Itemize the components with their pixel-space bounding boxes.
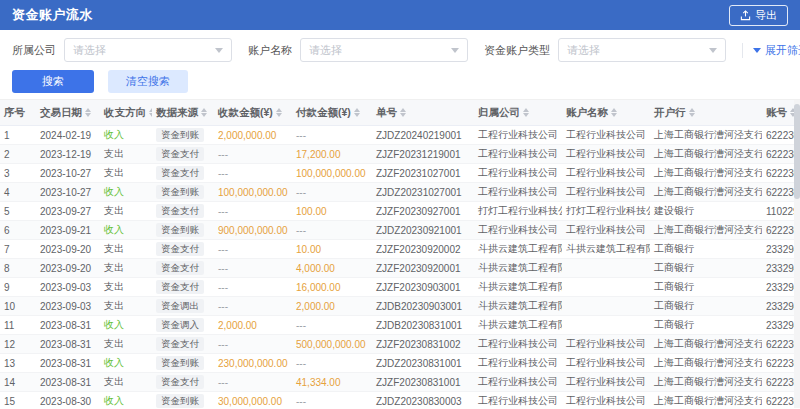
direction-income: 收入 [104,186,124,197]
amount-value: 2,000.00 [296,301,335,312]
page-title: 资金账户流水 [12,6,93,24]
account-type-select-placeholder: 请选择 [567,43,600,58]
account-name-select-placeholder: 请选择 [309,43,342,58]
cell-company: 斗拱云建筑工程有限公司 [474,259,562,278]
table-row: 42023-10-27收入资金到账100,000,000.00---ZJDZ20… [0,183,800,202]
empty-amount: --- [296,187,306,198]
cell-accountName: 工程行业科技公司 [562,126,650,145]
amount-value: 900,000,000.00 [218,225,288,236]
column-header-direction[interactable]: 收支方向 [100,100,152,126]
sort-icon[interactable] [149,108,152,117]
sort-icon[interactable] [400,108,406,117]
empty-amount: --- [218,206,228,217]
account-name-select[interactable]: 请选择 [300,38,468,62]
cell-direction: 支出 [100,145,152,164]
filter-company: 所属公司 请选择 [12,38,232,62]
column-label: 单号 [376,106,397,120]
direction-income: 收入 [104,357,124,368]
company-select[interactable]: 请选择 [64,38,232,62]
column-header-bank[interactable]: 开户行 [650,100,762,126]
column-label: 交易日期 [40,106,82,120]
cell-orderNo: ZJDB20230903001 [372,297,474,316]
cell-direction: 支出 [100,240,152,259]
cell-source: 资金支付 [152,335,214,354]
sort-icon[interactable] [611,108,617,117]
cell-orderNo: ZJZF20230903001 [372,278,474,297]
cell-inAmount: --- [214,164,292,183]
search-button[interactable]: 搜索 [12,70,94,93]
cell-accountName: 工程行业科技公司 [562,145,650,164]
cell-bank: 工商银行 [650,259,762,278]
column-label: 付款金额(¥) [296,106,351,120]
cell-orderNo: ZJZF20230831001 [372,373,474,392]
sort-icon[interactable] [201,108,207,117]
column-label: 归属公司 [478,106,520,120]
filter-account-type-label: 资金账户类型 [484,43,550,58]
export-button[interactable]: 导出 [729,5,788,26]
column-header-source[interactable]: 数据来源 [152,100,214,126]
column-header-outAmount[interactable]: 付款金额(¥) [292,100,372,126]
cell-company: 工程行业科技公司 [474,221,562,240]
column-header-inAmount[interactable]: 收款金额(¥) [214,100,292,126]
cell-no: 8 [0,259,36,278]
fund-account-flow-page: 资金账户流水 导出 所属公司 请选择 账户名称 请选择 [0,0,800,409]
chevron-down-icon [709,48,717,53]
cell-date: 2023-10-27 [36,164,100,183]
cell-no: 7 [0,240,36,259]
source-badge: 资金到账 [156,185,204,199]
cell-bank: 工商银行 [650,297,762,316]
sort-icon[interactable] [85,108,91,117]
cell-inAmount: 30,000,000.00 [214,392,292,409]
source-badge: 资金支付 [156,166,204,180]
cell-direction: 支出 [100,202,152,221]
account-type-select[interactable]: 请选择 [558,38,726,62]
sort-icon[interactable] [523,108,529,117]
cell-company: 工程行业科技公司 [474,354,562,373]
table-row: 32023-10-27支出资金支付---100,000,000.00ZJZF20… [0,164,800,183]
empty-amount: --- [218,168,228,179]
amount-value: 30,000,000.00 [218,396,282,407]
cell-company: 斗拱云建筑工程有限公司 [474,316,562,335]
table-row: 22023-12-19支出资金支付---17,200.00ZJZF2023121… [0,145,800,164]
amount-value: 41,334.00 [296,377,341,388]
cell-no: 6 [0,221,36,240]
sort-icon[interactable] [354,108,360,117]
cell-no: 4 [0,183,36,202]
cell-direction: 收入 [100,354,152,373]
cell-date: 2023-12-19 [36,145,100,164]
cell-bank: 上海工商银行漕河泾支行 [650,145,762,164]
chevron-down-icon [215,48,223,53]
column-header-accountName[interactable]: 账户名称 [562,100,650,126]
column-header-orderNo[interactable]: 单号 [372,100,474,126]
sort-icon[interactable] [689,108,695,117]
scrollbar-thumb[interactable] [794,104,800,199]
empty-amount: --- [296,358,306,369]
cell-direction: 支出 [100,297,152,316]
cell-source: 资金到账 [152,126,214,145]
cell-inAmount: 100,000,000.00 [214,183,292,202]
amount-value: 100,000,000.00 [218,187,288,198]
sort-icon[interactable] [276,108,282,117]
clear-search-button[interactable]: 清空搜索 [108,70,188,93]
direction-expense: 支出 [104,148,124,159]
cell-orderNo: ZJZF20230920001 [372,259,474,278]
source-badge: 资金支付 [156,375,204,389]
cell-accountName: 工程行业科技公司 [562,164,650,183]
table-row: 102023-09-03支出资金调出---2,000.00ZJDB2023090… [0,297,800,316]
cell-date: 2023-08-31 [36,316,100,335]
amount-value: 4,000.00 [296,263,335,274]
cell-accountName: 工程行业科技公司 [562,183,650,202]
flow-table-container: 序号交易日期收支方向数据来源收款金额(¥)付款金额(¥)单号归属公司账户名称开户… [0,100,800,408]
cell-bank: 上海工商银行漕河泾支行 [650,354,762,373]
amount-value: 100.00 [296,206,327,217]
column-header-company[interactable]: 归属公司 [474,100,562,126]
vertical-scrollbar[interactable] [794,100,800,408]
empty-amount: --- [218,244,228,255]
cell-accountName [562,278,650,297]
cell-accountName: 工程行业科技公司 [562,335,650,354]
column-header-date[interactable]: 交易日期 [36,100,100,126]
expand-filters-link[interactable]: 展开筛选 [742,43,800,58]
source-badge: 资金到账 [156,356,204,370]
amount-value: 2,000,000.00 [218,130,276,141]
source-badge: 资金支付 [156,280,204,294]
